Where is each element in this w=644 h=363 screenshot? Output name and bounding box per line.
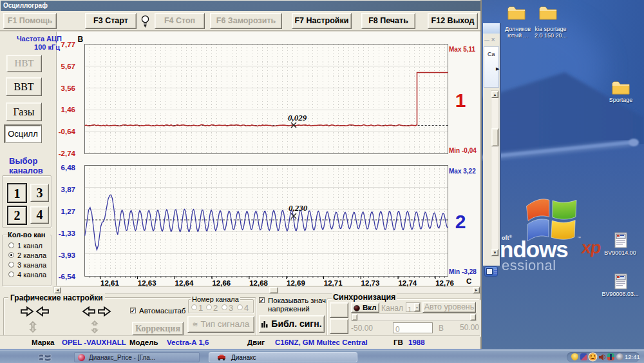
svg-text:12,76: 12,76	[435, 279, 454, 287]
svg-text:12,69: 12,69	[287, 279, 305, 287]
svg-text:12,68: 12,68	[249, 279, 268, 287]
svg-text:12,63: 12,63	[138, 279, 156, 287]
svg-text:Max 3,22: Max 3,22	[449, 168, 476, 175]
svg-text:12,64: 12,64	[175, 279, 194, 287]
svg-text:-2,74: -2,74	[59, 150, 76, 157]
svg-text:-6,54: -6,54	[59, 273, 76, 280]
svg-text:12,74: 12,74	[398, 279, 417, 287]
svg-text:Min -0,04: Min -0,04	[449, 147, 477, 154]
svg-text:0,029: 0,029	[288, 113, 307, 123]
svg-text:С: С	[466, 277, 471, 285]
svg-text:3,87: 3,87	[61, 186, 75, 193]
svg-text:12,71: 12,71	[324, 279, 343, 287]
svg-text:В: В	[78, 35, 84, 44]
svg-text:12,66: 12,66	[212, 279, 231, 287]
svg-text:0,230: 0,230	[289, 203, 308, 213]
svg-text:3,56: 3,56	[61, 84, 75, 92]
svg-text:12,61: 12,61	[100, 279, 119, 287]
svg-text:Max 5,11: Max 5,11	[449, 46, 476, 53]
svg-text:5,67: 5,67	[61, 63, 75, 70]
svg-text:Min -3,28: Min -3,28	[449, 268, 477, 275]
svg-text:6,48: 6,48	[61, 164, 76, 172]
svg-text:-3,93: -3,93	[59, 251, 75, 259]
svg-text:1: 1	[455, 90, 466, 111]
svg-text:7,77: 7,77	[61, 41, 75, 48]
svg-text:2: 2	[455, 211, 466, 232]
svg-text:-0,64: -0,64	[59, 128, 76, 135]
svg-text:-1,33: -1,33	[59, 230, 75, 237]
svg-text:1,27: 1,27	[61, 208, 75, 215]
svg-text:12,73: 12,73	[361, 279, 380, 287]
svg-text:1,46: 1,46	[61, 106, 75, 113]
